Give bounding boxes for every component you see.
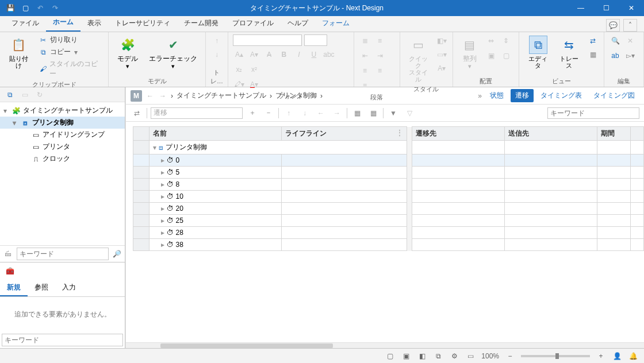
ptab-new[interactable]: 新規 xyxy=(0,280,28,296)
filter-clear-icon[interactable]: ▽ xyxy=(403,107,416,119)
sync-icon[interactable]: ⇄ xyxy=(586,34,599,47)
trace-button[interactable]: ⇆トレース xyxy=(555,34,583,70)
italic-icon[interactable]: I xyxy=(293,48,305,61)
editor-button[interactable]: ⧉エディタ xyxy=(524,34,551,70)
table-row[interactable]: ▸⏱10 xyxy=(133,191,644,203)
zoom-in-icon[interactable]: + xyxy=(596,351,606,361)
clear-format-icon[interactable]: A̶ xyxy=(263,48,275,61)
crumb-1[interactable]: プリンタ制御 xyxy=(275,91,317,101)
ptab-input[interactable]: 入力 xyxy=(55,280,83,296)
minimize-button[interactable]: ― xyxy=(568,0,593,16)
table-icon[interactable]: ▦ xyxy=(351,107,363,119)
close-button[interactable]: ✕ xyxy=(619,0,644,16)
type-combo[interactable]: 遷移 xyxy=(151,107,243,119)
col-lifeline[interactable]: ライフライン⋮ xyxy=(281,127,407,141)
bullets-icon[interactable]: ≣ xyxy=(359,34,371,47)
new-icon[interactable]: ▢ xyxy=(18,1,32,15)
select-icon[interactable]: ▻▾ xyxy=(624,49,637,62)
tree-item-clock[interactable]: ⎍クロック xyxy=(0,153,125,165)
view-timing-table[interactable]: タイミング表 xyxy=(536,89,586,102)
align-center-icon[interactable]: ≡ xyxy=(374,64,386,77)
sb-icon-1[interactable]: ▢ xyxy=(385,351,395,361)
ptab-ref[interactable]: 参照 xyxy=(28,280,55,296)
table-row[interactable]: ▸⏱28 xyxy=(133,227,644,239)
errorcheck-button[interactable]: ✔エラーチェック ▾ xyxy=(146,34,201,71)
underline-icon[interactable]: U xyxy=(308,48,320,61)
dist-v-icon[interactable]: ⇕ xyxy=(500,34,512,47)
subscript-icon[interactable]: x₂ xyxy=(233,63,246,76)
zoom-out-icon[interactable]: − xyxy=(505,351,515,361)
tab-form[interactable]: フォーム xyxy=(315,15,356,32)
col-name[interactable]: 名前 xyxy=(149,127,281,141)
more-icon[interactable]: » xyxy=(478,92,482,100)
superscript-icon[interactable]: x² xyxy=(248,63,260,76)
move-left-icon[interactable]: ← xyxy=(315,107,327,119)
sb-icon-5[interactable]: ⚙ xyxy=(449,351,459,361)
undo-icon[interactable]: ↶ xyxy=(33,1,47,15)
zoom-slider[interactable] xyxy=(521,355,590,357)
copy-button[interactable]: ⧉コピー▾ xyxy=(36,47,103,57)
sb-person-icon[interactable]: 👤 xyxy=(612,351,622,361)
nav-forward-icon[interactable]: → xyxy=(158,92,167,100)
add-icon[interactable]: ＋ xyxy=(246,107,259,119)
tab-view[interactable]: 表示 xyxy=(80,15,108,32)
paste-button[interactable]: 📋 貼り付け xyxy=(5,34,33,70)
col-dest[interactable]: 遷移先 xyxy=(412,127,505,141)
bold-icon[interactable]: B xyxy=(278,48,290,61)
col-send[interactable]: 送信先 xyxy=(505,127,597,141)
tree-search-input[interactable] xyxy=(17,248,109,260)
tree-btn3-icon[interactable]: ↻ xyxy=(33,88,46,101)
collapse-ribbon-icon[interactable]: ˄ xyxy=(623,19,637,32)
sb-icon-2[interactable]: ▣ xyxy=(401,351,411,361)
table-row[interactable]: ▸⏱0 xyxy=(133,155,644,167)
fill-icon[interactable]: ◧▾ xyxy=(435,34,448,47)
quickstyle-button[interactable]: ▭クイック スタイル xyxy=(405,34,432,84)
arrow-up-icon[interactable]: ↑ xyxy=(210,34,223,47)
feedback-icon[interactable]: 💬 xyxy=(606,19,620,32)
kw-search-icon[interactable]: 🔎 xyxy=(111,248,124,260)
table-row[interactable]: ▸⏱8 xyxy=(133,179,644,191)
tab-team[interactable]: チーム開発 xyxy=(177,15,225,32)
tree-icon[interactable]: ⧉ xyxy=(3,88,16,101)
maximize-button[interactable]: ☐ xyxy=(593,0,619,16)
move-down-icon[interactable]: ↓ xyxy=(298,107,311,119)
grid-parent-row[interactable]: ▾⧈プリンタ制御 xyxy=(133,141,644,155)
table-row[interactable]: ▸⏱20 xyxy=(133,203,644,215)
tree-item-printer-control[interactable]: ▾⧈プリンタ制御 xyxy=(0,117,125,129)
filter-icon[interactable]: ▼ xyxy=(387,107,400,119)
crumb-0[interactable]: タイミングチャートサンプル xyxy=(177,91,266,101)
view-state[interactable]: 状態 xyxy=(485,89,508,102)
replace-icon[interactable]: ab xyxy=(609,49,622,62)
cut-button[interactable]: ✂切り取り xyxy=(36,34,103,45)
outdent-icon[interactable]: ⇤ xyxy=(359,49,371,62)
table-row[interactable]: ▸⏱38 xyxy=(133,239,644,251)
align-button[interactable]: ▤整列 ▾ xyxy=(458,34,481,71)
font-family-combo[interactable] xyxy=(233,34,302,46)
move-up-icon[interactable]: ↑ xyxy=(282,107,295,119)
tab-file[interactable]: ファイル xyxy=(5,15,46,32)
nav-back-icon[interactable]: ← xyxy=(145,92,155,100)
sb-icon-3[interactable]: ◧ xyxy=(417,351,427,361)
tab-traceability[interactable]: トレーサビリティ xyxy=(108,15,177,32)
front-icon[interactable]: ▣ xyxy=(485,49,497,62)
align-left-icon[interactable]: ≡ xyxy=(359,64,371,77)
move-right-icon[interactable]: → xyxy=(331,107,343,119)
grid-search-input[interactable] xyxy=(547,107,639,119)
view-timing-diagram[interactable]: タイミング図 xyxy=(589,89,639,102)
textcolor2-icon[interactable]: A▾ xyxy=(435,62,448,75)
sb-icon-6[interactable]: ▭ xyxy=(465,351,476,361)
save-icon[interactable]: 💾 xyxy=(3,1,17,15)
tab-profile[interactable]: プロファイル xyxy=(225,15,281,32)
arrow-down-icon[interactable]: ↓ xyxy=(210,48,223,61)
tree-btn2-icon[interactable]: ▭ xyxy=(18,88,31,101)
redo-icon[interactable]: ↷ xyxy=(48,1,62,15)
table2-icon[interactable]: ▦ xyxy=(367,107,379,119)
back-icon[interactable]: ▢ xyxy=(500,49,512,62)
sb-bell-icon[interactable]: 🔔 xyxy=(628,351,638,361)
font-size-combo[interactable] xyxy=(304,34,327,46)
tab-help[interactable]: ヘルプ xyxy=(281,15,315,32)
tree-item-printer[interactable]: ▭プリンタ xyxy=(0,141,125,153)
view-transition[interactable]: 遷移 xyxy=(511,89,534,102)
stylecopy-button[interactable]: 🖌スタイルのコピー xyxy=(36,59,103,79)
model-button[interactable]: 🧩モデル ▾ xyxy=(113,34,142,71)
